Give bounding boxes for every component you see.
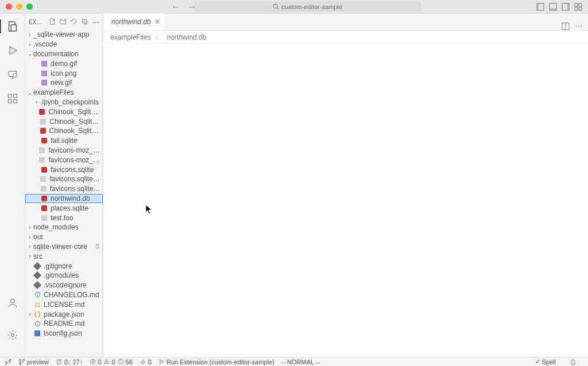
status-ports[interactable]: 0 xyxy=(140,359,152,365)
tree-file[interactable]: .vscodeignore xyxy=(25,281,103,290)
panel-bottom-icon[interactable] xyxy=(549,3,557,11)
img-icon xyxy=(40,60,48,68)
chevron-down-icon[interactable]: ⌄ xyxy=(26,50,33,57)
sqlite-icon xyxy=(40,137,48,145)
tree-file[interactable]: README.md xyxy=(25,319,103,329)
tree-file[interactable]: new.gif xyxy=(25,78,103,88)
sidebar-title: EX… xyxy=(29,19,42,25)
file-icon xyxy=(40,185,48,193)
chevron-right-icon[interactable]: › xyxy=(33,99,40,105)
status-sync[interactable]: 0↓ 27↑ xyxy=(56,359,83,365)
chevron-right-icon[interactable]: › xyxy=(26,32,33,38)
new-folder-icon[interactable] xyxy=(59,18,67,25)
split-editor-icon[interactable] xyxy=(562,22,570,30)
status-warnings[interactable]: 0 xyxy=(103,359,115,365)
tree-file[interactable]: favicons-moz_icons-9… xyxy=(25,155,103,165)
tree-file[interactable]: .gitmodules xyxy=(25,271,103,281)
layout-grid-icon[interactable] xyxy=(574,3,582,11)
tab-northwind[interactable]: northwind.db ✕ xyxy=(103,13,165,30)
status-info[interactable]: 56 xyxy=(118,359,133,365)
nav-back-icon[interactable]: ← xyxy=(171,2,180,12)
zoom-window-icon[interactable] xyxy=(26,3,33,10)
activity-remote-icon[interactable] xyxy=(5,67,21,83)
refresh-icon[interactable] xyxy=(70,18,78,25)
tree-item-label: CHANGELOG.md xyxy=(44,291,99,299)
minimize-window-icon[interactable] xyxy=(16,3,22,10)
tree-file[interactable]: Chinook_Sqlite.dbx xyxy=(25,116,103,126)
chevron-right-icon[interactable]: › xyxy=(26,253,33,259)
chevron-right-icon[interactable]: › xyxy=(26,311,33,317)
tree-folder[interactable]: ›.ipynb_checkpoints xyxy=(25,98,103,107)
tree-file[interactable]: Chinook_Sqlite.sqlite xyxy=(25,126,103,136)
more-icon[interactable]: ⋯ xyxy=(92,18,99,26)
file-icon xyxy=(39,118,47,126)
status-spell[interactable]: ✓Spell xyxy=(535,358,556,365)
md-icon xyxy=(33,291,41,299)
tree-file[interactable]: CHANGELOG.md xyxy=(25,290,103,300)
tree-file[interactable]: test.foo xyxy=(25,213,103,223)
status-run-extension[interactable]: Run Extension (custom-editor-sample) xyxy=(158,359,274,365)
tree-file[interactable]: favicons.sqlite xyxy=(25,165,103,174)
breadcrumb-item[interactable]: northwind.db xyxy=(167,33,207,41)
tree-file[interactable]: ›{ }package.json xyxy=(25,309,103,319)
tree-item-label: node_modules xyxy=(33,223,79,231)
chevron-right-icon[interactable]: › xyxy=(26,234,33,240)
chevron-right-icon[interactable]: › xyxy=(26,224,33,231)
tree-file[interactable]: fail.sqlite xyxy=(25,136,103,146)
tree-file[interactable]: icon.png xyxy=(25,68,103,78)
breadcrumb-item[interactable]: exampleFiles xyxy=(110,33,151,41)
tree-file[interactable]: Chinook_Sqlite (1).sqlite xyxy=(25,107,103,116)
activity-bar xyxy=(0,14,25,357)
tree-file[interactable]: favicons.sqlite-shm xyxy=(25,174,103,184)
status-remote[interactable] xyxy=(5,359,11,365)
tree-folder[interactable]: ›out xyxy=(25,232,103,242)
status-errors[interactable]: 0 xyxy=(90,359,101,365)
activity-run-icon[interactable] xyxy=(5,42,21,59)
breadcrumb[interactable]: exampleFiles › northwind.db xyxy=(103,31,588,44)
tree-folder[interactable]: ›.vscode xyxy=(25,40,103,49)
status-notifications-icon[interactable] xyxy=(570,359,577,365)
tree-item-label: _sqlite-viewer-app xyxy=(33,30,89,38)
status-branch[interactable]: preview xyxy=(18,359,49,365)
tree-folder[interactable]: ⌄exampleFiles xyxy=(25,88,103,98)
sqlite-icon xyxy=(40,166,48,174)
md-icon xyxy=(33,320,41,328)
panel-right-icon[interactable] xyxy=(562,3,570,11)
tree-file[interactable]: favicons-moz_icons-7… xyxy=(25,146,103,155)
new-file-icon[interactable] xyxy=(48,18,56,25)
file-tree[interactable]: ›_sqlite-viewer-app›.vscode⌄documentatio… xyxy=(25,30,103,357)
panel-left-icon[interactable] xyxy=(536,3,544,11)
tree-file[interactable]: .gitignore xyxy=(25,261,103,271)
editor-body xyxy=(103,44,588,357)
tree-folder[interactable]: ⌄documentation xyxy=(25,49,103,59)
close-tab-icon[interactable]: ✕ xyxy=(154,18,160,26)
chevron-down-icon[interactable]: ⌄ xyxy=(26,89,33,96)
activity-extensions-icon[interactable] xyxy=(5,91,21,107)
collapse-all-icon[interactable] xyxy=(81,18,88,25)
activity-settings-icon[interactable] xyxy=(5,327,21,343)
tree-folder[interactable]: ›_sqlite-viewer-app xyxy=(25,30,103,40)
file-icon xyxy=(40,214,48,222)
tree-file[interactable]: demo.gif xyxy=(25,59,103,68)
editor-more-icon[interactable]: ⋯ xyxy=(575,22,582,30)
svg-point-19 xyxy=(11,334,14,337)
activity-account-icon[interactable] xyxy=(5,295,21,311)
close-window-icon[interactable] xyxy=(6,3,12,10)
tree-file[interactable]: favicons.sqlite-wal xyxy=(25,184,103,194)
sidebar-header: EX… ⋯ xyxy=(25,14,103,30)
command-center[interactable]: custom-editor-sample xyxy=(194,2,421,12)
tree-file[interactable]: northwind.db xyxy=(25,194,103,204)
tree-folder[interactable]: ›sqlite-viewer-coreS xyxy=(25,242,103,252)
svg-rect-10 xyxy=(575,7,578,10)
activity-explorer-icon[interactable] xyxy=(5,18,21,34)
tree-file[interactable]: places.sqlite xyxy=(25,203,103,213)
svg-point-25 xyxy=(20,359,21,361)
img-icon xyxy=(40,79,48,87)
chevron-right-icon[interactable]: › xyxy=(26,243,33,250)
tree-file[interactable]: tsconfig.json xyxy=(25,329,103,338)
tree-file[interactable]: ⚖LICENSE.md xyxy=(25,299,103,309)
tree-item-label: exampleFiles xyxy=(33,88,74,96)
tree-folder[interactable]: ›src xyxy=(25,251,103,261)
tree-folder[interactable]: ›node_modules xyxy=(25,223,103,232)
chevron-right-icon[interactable]: › xyxy=(26,41,33,48)
